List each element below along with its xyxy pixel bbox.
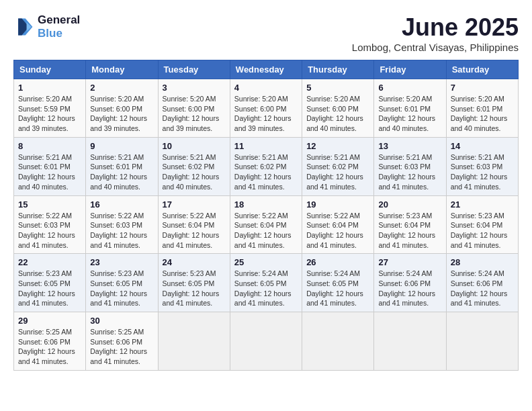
- table-cell: [230, 312, 302, 371]
- day-number: 19: [306, 199, 369, 210]
- col-monday: Monday: [86, 60, 158, 79]
- day-number: 20: [378, 199, 441, 210]
- table-cell: 15 Sunrise: 5:22 AM Sunset: 6:03 PM Dayl…: [14, 195, 86, 254]
- table-cell: 16 Sunrise: 5:22 AM Sunset: 6:03 PM Dayl…: [86, 195, 158, 254]
- day-info: Sunrise: 5:20 AM Sunset: 6:00 PM Dayligh…: [306, 94, 369, 134]
- day-number: 26: [306, 257, 369, 267]
- day-info: Sunrise: 5:24 AM Sunset: 6:05 PM Dayligh…: [306, 269, 369, 308]
- table-cell: 18 Sunrise: 5:22 AM Sunset: 6:04 PM Dayl…: [230, 195, 302, 254]
- day-number: 29: [18, 316, 81, 326]
- table-cell: [446, 312, 518, 371]
- table-cell: 20 Sunrise: 5:23 AM Sunset: 6:04 PM Dayl…: [374, 195, 446, 254]
- calendar-subtitle: Lombog, Central Visayas, Philippines: [352, 42, 519, 53]
- day-info: Sunrise: 5:21 AM Sunset: 6:02 PM Dayligh…: [234, 152, 298, 192]
- title-area: June 2025 Lombog, Central Visayas, Phili…: [352, 13, 519, 53]
- day-number: 22: [18, 257, 81, 267]
- table-cell: 25 Sunrise: 5:24 AM Sunset: 6:05 PM Dayl…: [230, 254, 302, 312]
- day-number: 21: [451, 199, 514, 210]
- table-cell: 19 Sunrise: 5:22 AM Sunset: 6:04 PM Dayl…: [302, 195, 374, 254]
- table-cell: 7 Sunrise: 5:20 AM Sunset: 6:01 PM Dayli…: [446, 79, 518, 138]
- day-info: Sunrise: 5:23 AM Sunset: 6:05 PM Dayligh…: [90, 269, 153, 308]
- table-cell: 11 Sunrise: 5:21 AM Sunset: 6:02 PM Dayl…: [230, 137, 302, 195]
- day-info: Sunrise: 5:21 AM Sunset: 6:02 PM Dayligh…: [163, 152, 226, 192]
- table-cell: 5 Sunrise: 5:20 AM Sunset: 6:00 PM Dayli…: [302, 79, 374, 138]
- day-number: 23: [90, 257, 153, 267]
- table-cell: 3 Sunrise: 5:20 AM Sunset: 6:00 PM Dayli…: [158, 79, 230, 138]
- day-number: 24: [163, 257, 226, 267]
- table-cell: [374, 312, 446, 371]
- table-cell: [302, 312, 374, 371]
- day-number: 13: [378, 141, 441, 151]
- calendar-title: June 2025: [352, 13, 519, 42]
- table-cell: 17 Sunrise: 5:22 AM Sunset: 6:04 PM Dayl…: [158, 195, 230, 254]
- logo-text: General Blue: [38, 13, 80, 40]
- day-info: Sunrise: 5:21 AM Sunset: 6:03 PM Dayligh…: [378, 152, 441, 192]
- day-number: 8: [18, 141, 81, 151]
- day-info: Sunrise: 5:20 AM Sunset: 5:59 PM Dayligh…: [18, 94, 81, 134]
- day-info: Sunrise: 5:21 AM Sunset: 6:01 PM Dayligh…: [90, 152, 153, 192]
- day-info: Sunrise: 5:22 AM Sunset: 6:04 PM Dayligh…: [306, 211, 369, 250]
- table-cell: 29 Sunrise: 5:25 AM Sunset: 6:06 PM Dayl…: [14, 312, 86, 371]
- table-cell: 30 Sunrise: 5:25 AM Sunset: 6:06 PM Dayl…: [86, 312, 158, 371]
- table-cell: 27 Sunrise: 5:24 AM Sunset: 6:06 PM Dayl…: [374, 254, 446, 312]
- day-number: 4: [234, 83, 298, 93]
- day-number: 12: [306, 141, 369, 151]
- day-info: Sunrise: 5:24 AM Sunset: 6:06 PM Dayligh…: [378, 269, 441, 308]
- day-number: 1: [18, 83, 81, 93]
- day-info: Sunrise: 5:20 AM Sunset: 6:00 PM Dayligh…: [163, 94, 226, 134]
- day-info: Sunrise: 5:22 AM Sunset: 6:04 PM Dayligh…: [163, 211, 226, 250]
- table-cell: 26 Sunrise: 5:24 AM Sunset: 6:05 PM Dayl…: [302, 254, 374, 312]
- table-cell: 6 Sunrise: 5:20 AM Sunset: 6:01 PM Dayli…: [374, 79, 446, 138]
- day-info: Sunrise: 5:21 AM Sunset: 6:03 PM Dayligh…: [451, 152, 514, 192]
- day-info: Sunrise: 5:22 AM Sunset: 6:03 PM Dayligh…: [18, 211, 81, 250]
- day-number: 28: [451, 257, 514, 267]
- calendar-week-row: 29 Sunrise: 5:25 AM Sunset: 6:06 PM Dayl…: [14, 312, 519, 371]
- day-number: 3: [163, 83, 226, 93]
- header-row: Sunday Monday Tuesday Wednesday Thursday…: [14, 60, 519, 79]
- table-cell: 1 Sunrise: 5:20 AM Sunset: 5:59 PM Dayli…: [14, 79, 86, 138]
- day-number: 25: [234, 257, 298, 267]
- day-info: Sunrise: 5:24 AM Sunset: 6:05 PM Dayligh…: [234, 269, 298, 308]
- day-info: Sunrise: 5:22 AM Sunset: 6:04 PM Dayligh…: [234, 211, 298, 250]
- day-info: Sunrise: 5:25 AM Sunset: 6:06 PM Dayligh…: [18, 327, 81, 367]
- table-cell: 12 Sunrise: 5:21 AM Sunset: 6:02 PM Dayl…: [302, 137, 374, 195]
- table-cell: [158, 312, 230, 371]
- table-cell: 28 Sunrise: 5:24 AM Sunset: 6:06 PM Dayl…: [446, 254, 518, 312]
- day-number: 5: [306, 83, 369, 93]
- table-cell: 2 Sunrise: 5:20 AM Sunset: 6:00 PM Dayli…: [86, 79, 158, 138]
- day-number: 15: [18, 199, 81, 210]
- col-friday: Friday: [374, 60, 446, 79]
- day-info: Sunrise: 5:20 AM Sunset: 6:00 PM Dayligh…: [234, 94, 298, 134]
- table-cell: 21 Sunrise: 5:23 AM Sunset: 6:04 PM Dayl…: [446, 195, 518, 254]
- day-number: 18: [234, 199, 298, 210]
- header: General Blue June 2025 Lombog, Central V…: [13, 13, 519, 53]
- day-info: Sunrise: 5:20 AM Sunset: 6:01 PM Dayligh…: [451, 94, 514, 134]
- table-cell: 10 Sunrise: 5:21 AM Sunset: 6:02 PM Dayl…: [158, 137, 230, 195]
- day-number: 17: [163, 199, 226, 210]
- day-info: Sunrise: 5:20 AM Sunset: 6:00 PM Dayligh…: [90, 94, 153, 134]
- calendar-table: Sunday Monday Tuesday Wednesday Thursday…: [13, 60, 519, 371]
- logo-icon: [13, 16, 35, 38]
- table-cell: 9 Sunrise: 5:21 AM Sunset: 6:01 PM Dayli…: [86, 137, 158, 195]
- day-number: 7: [451, 83, 514, 93]
- table-cell: 14 Sunrise: 5:21 AM Sunset: 6:03 PM Dayl…: [446, 137, 518, 195]
- day-info: Sunrise: 5:22 AM Sunset: 6:03 PM Dayligh…: [90, 211, 153, 250]
- day-number: 10: [163, 141, 226, 151]
- day-number: 2: [90, 83, 153, 93]
- calendar-week-row: 1 Sunrise: 5:20 AM Sunset: 5:59 PM Dayli…: [14, 79, 519, 138]
- col-thursday: Thursday: [302, 60, 374, 79]
- day-info: Sunrise: 5:25 AM Sunset: 6:06 PM Dayligh…: [90, 327, 153, 367]
- day-number: 11: [234, 141, 298, 151]
- day-number: 27: [378, 257, 441, 267]
- day-info: Sunrise: 5:23 AM Sunset: 6:04 PM Dayligh…: [378, 211, 441, 250]
- day-info: Sunrise: 5:23 AM Sunset: 6:05 PM Dayligh…: [18, 269, 81, 308]
- calendar-week-row: 22 Sunrise: 5:23 AM Sunset: 6:05 PM Dayl…: [14, 254, 519, 312]
- table-cell: 24 Sunrise: 5:23 AM Sunset: 6:05 PM Dayl…: [158, 254, 230, 312]
- col-tuesday: Tuesday: [158, 60, 230, 79]
- day-info: Sunrise: 5:20 AM Sunset: 6:01 PM Dayligh…: [378, 94, 441, 134]
- day-number: 6: [378, 83, 441, 93]
- table-cell: 8 Sunrise: 5:21 AM Sunset: 6:01 PM Dayli…: [14, 137, 86, 195]
- table-cell: 22 Sunrise: 5:23 AM Sunset: 6:05 PM Dayl…: [14, 254, 86, 312]
- calendar-week-row: 8 Sunrise: 5:21 AM Sunset: 6:01 PM Dayli…: [14, 137, 519, 195]
- day-number: 16: [90, 199, 153, 210]
